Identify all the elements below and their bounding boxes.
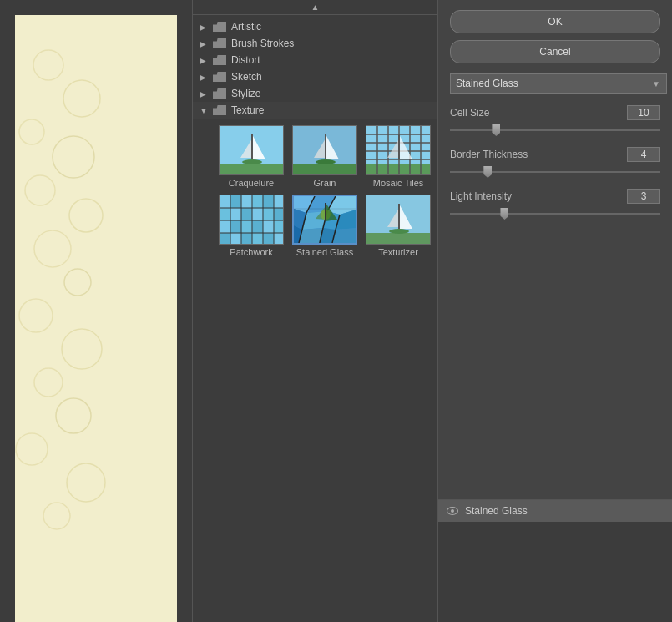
- svg-rect-52: [252, 208, 263, 220]
- thumbnail-grain[interactable]: Grain: [291, 125, 358, 188]
- svg-rect-17: [220, 164, 284, 175]
- svg-rect-48: [274, 195, 284, 208]
- thumbnail-texturizer-img: [366, 195, 431, 245]
- svg-rect-58: [252, 220, 263, 233]
- svg-rect-60: [274, 220, 284, 233]
- light-intensity-input[interactable]: [627, 189, 660, 204]
- svg-rect-0: [15, 15, 177, 622]
- svg-rect-53: [263, 208, 274, 220]
- svg-point-21: [242, 159, 262, 164]
- category-distort-label: Distort: [231, 54, 260, 66]
- svg-rect-42: [398, 134, 400, 159]
- svg-rect-99: [325, 203, 326, 221]
- cell-size-param: Cell Size: [450, 105, 660, 137]
- light-intensity-param: Light Intensity: [450, 189, 660, 220]
- cell-size-label: Cell Size: [450, 107, 489, 119]
- svg-rect-59: [263, 220, 274, 233]
- svg-rect-56: [230, 220, 241, 233]
- preview-canvas: [15, 15, 177, 622]
- folder-distort-icon: [213, 55, 226, 65]
- filter-select[interactable]: Stained Glass Craquelure Grain Mosaic Ti…: [450, 73, 667, 94]
- svg-point-106: [389, 229, 409, 234]
- layers-empty-area: [438, 522, 672, 622]
- category-stylize-label: Stylize: [231, 88, 260, 99]
- svg-rect-46: [252, 195, 263, 208]
- settings-spacer: [438, 230, 672, 499]
- light-intensity-thumb[interactable]: [500, 208, 508, 220]
- light-intensity-track: [450, 213, 660, 215]
- cell-size-slider[interactable]: [450, 124, 660, 137]
- arrow-brush-icon: ▶: [200, 38, 210, 48]
- category-texture-label: Texture: [231, 104, 264, 116]
- thumbnail-stained-glass-label: Stained Glass: [296, 247, 353, 257]
- folder-stylize-icon: [213, 88, 226, 99]
- border-thickness-track: [450, 171, 660, 173]
- filter-panel: ▲ ▶ Artistic ▶ Brush Strokes ▶ Distort: [192, 0, 438, 622]
- collapse-arrow-icon: ▲: [311, 3, 320, 12]
- layer-name-label: Stained Glass: [465, 505, 528, 517]
- light-intensity-slider[interactable]: [450, 207, 660, 220]
- border-thickness-input[interactable]: [627, 147, 660, 162]
- category-stylize[interactable]: ▶ Stylize: [193, 85, 437, 102]
- thumbnail-mosaic-label: Mosaic Tiles: [373, 178, 424, 188]
- svg-rect-20: [251, 134, 253, 159]
- folder-artistic-icon: [213, 22, 226, 32]
- category-texture[interactable]: ▼ Texture: [193, 102, 437, 119]
- arrow-stylize-icon: ▶: [200, 88, 210, 99]
- border-thickness-label: Border Thickness: [450, 149, 528, 160]
- svg-rect-54: [274, 208, 284, 220]
- folder-brush-icon: [213, 38, 226, 48]
- cell-size-thumb[interactable]: [492, 124, 500, 136]
- category-distort[interactable]: ▶ Distort: [193, 52, 437, 68]
- folder-sketch-icon: [213, 72, 226, 82]
- svg-rect-27: [325, 134, 326, 159]
- thumbnail-mosaic-img: [366, 125, 431, 175]
- thumbnail-grain-label: Grain: [314, 178, 336, 188]
- category-artistic-label: Artistic: [231, 21, 261, 33]
- category-brush-strokes[interactable]: ▶ Brush Strokes: [193, 35, 437, 52]
- thumbnail-patchwork-label: Patchwork: [230, 247, 272, 257]
- settings-panel: OK Cancel Stained Glass Craquelure Grain…: [438, 0, 672, 622]
- thumbnail-grain-img: [292, 125, 357, 175]
- ok-button[interactable]: OK: [450, 10, 660, 33]
- thumbnail-patchwork[interactable]: Patchwork: [218, 195, 285, 257]
- layer-visibility-icon[interactable]: [447, 507, 458, 515]
- thumbnail-texturizer-label: Texturizer: [378, 247, 418, 257]
- thumbnail-craquelure[interactable]: Craquelure: [218, 125, 285, 188]
- cancel-button[interactable]: Cancel: [450, 40, 660, 63]
- arrow-texture-icon: ▼: [200, 105, 210, 115]
- svg-rect-65: [263, 233, 274, 245]
- thumbnail-texturizer[interactable]: Texturizer: [365, 195, 432, 257]
- preview-panel: [0, 0, 192, 622]
- folder-texture-icon: [213, 105, 226, 115]
- category-brush-label: Brush Strokes: [231, 38, 294, 49]
- arrow-artistic-icon: ▶: [200, 22, 210, 32]
- border-thickness-param: Border Thickness: [450, 147, 660, 179]
- category-sketch[interactable]: ▶ Sketch: [193, 68, 437, 85]
- category-artistic[interactable]: ▶ Artistic: [193, 18, 437, 35]
- thumbnail-craquelure-img: [219, 125, 284, 175]
- cell-size-input[interactable]: [627, 105, 660, 120]
- thumbnail-stained-glass[interactable]: Stained Glass: [291, 195, 358, 257]
- svg-rect-64: [252, 233, 263, 245]
- svg-rect-61: [220, 233, 230, 245]
- layers-header: Stained Glass: [438, 500, 672, 522]
- settings-content: Stained Glass Craquelure Grain Mosaic Ti…: [438, 73, 672, 230]
- thumbnail-mosaic-tiles[interactable]: Mosaic Tiles: [365, 125, 432, 188]
- border-thickness-thumb[interactable]: [483, 166, 492, 178]
- filter-panel-header[interactable]: ▲: [193, 0, 437, 15]
- preview-image: [15, 15, 177, 622]
- filter-list: ▶ Artistic ▶ Brush Strokes ▶ Distort ▶ S…: [193, 15, 437, 622]
- filter-select-row: Stained Glass Craquelure Grain Mosaic Ti…: [450, 73, 660, 94]
- arrow-sketch-icon: ▶: [200, 72, 210, 82]
- border-thickness-slider[interactable]: [450, 165, 660, 179]
- svg-rect-50: [230, 208, 241, 220]
- svg-rect-105: [398, 204, 400, 229]
- svg-rect-49: [220, 208, 230, 220]
- svg-rect-45: [241, 195, 252, 208]
- thumbnail-patchwork-img: [219, 195, 284, 245]
- svg-rect-47: [263, 195, 274, 208]
- eye-pupil: [451, 509, 454, 513]
- svg-rect-57: [241, 220, 252, 233]
- svg-rect-66: [274, 233, 284, 245]
